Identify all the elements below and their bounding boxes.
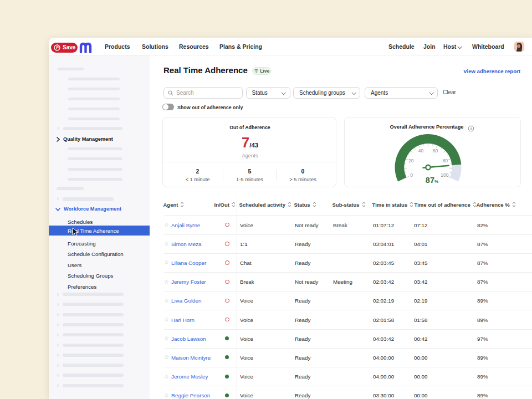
svg-text:60: 60 [433,148,438,154]
svg-text:0: 0 [410,172,413,178]
svg-text:20: 20 [408,158,414,163]
svg-text:100: 100 [441,172,448,178]
svg-text:80: 80 [443,158,448,163]
svg-text:40: 40 [418,148,424,154]
svg-text:87%: 87% [426,176,438,185]
